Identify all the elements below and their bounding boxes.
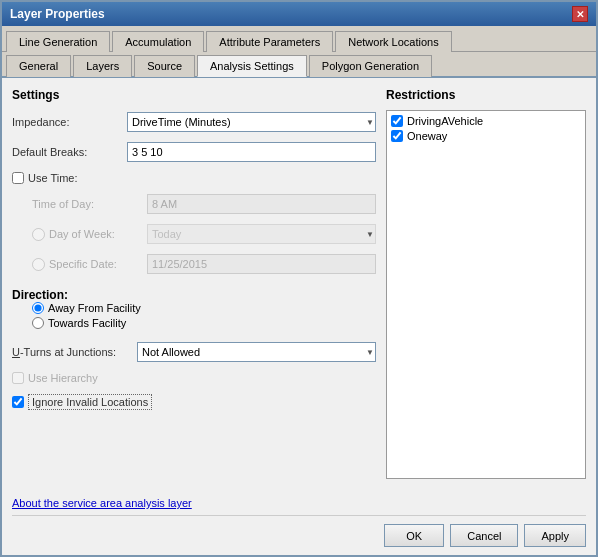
button-row: OK Cancel Apply: [12, 515, 586, 547]
uturns-select-wrapper: Not Allowed Allowed Allowed Only at Dead…: [137, 342, 376, 362]
restriction-oneway-checkbox[interactable]: [391, 130, 403, 142]
right-panel: Restrictions DrivingAVehicle Oneway: [386, 88, 586, 479]
tabs-row-2: General Layers Source Analysis Settings …: [2, 52, 596, 78]
day-of-week-radio: [32, 228, 45, 241]
restriction-oneway-label: Oneway: [407, 130, 447, 142]
tab-layers[interactable]: Layers: [73, 55, 132, 77]
impedance-select-wrapper: DriveTime (Minutes) ▼: [127, 112, 376, 132]
tab-line-generation[interactable]: Line Generation: [6, 31, 110, 52]
specific-date-input: [147, 254, 376, 274]
away-from-facility-row: Away From Facility: [32, 302, 376, 314]
impedance-select[interactable]: DriveTime (Minutes): [127, 112, 376, 132]
specific-date-label: Specific Date:: [49, 258, 117, 270]
settings-section-label: Settings: [12, 88, 376, 102]
tab-network-locations[interactable]: Network Locations: [335, 31, 452, 52]
use-time-checkbox[interactable]: [12, 172, 24, 184]
restriction-item-0: DrivingAVehicle: [391, 115, 581, 127]
tab-accumulation[interactable]: Accumulation: [112, 31, 204, 52]
towards-facility-label: Towards Facility: [48, 317, 126, 329]
day-of-week-select-wrapper: Today ▼: [147, 224, 376, 244]
window-title: Layer Properties: [10, 7, 105, 21]
away-from-facility-label: Away From Facility: [48, 302, 141, 314]
ignore-invalid-label: Ignore Invalid Locations: [28, 394, 152, 410]
restrictions-section-label: Restrictions: [386, 88, 586, 102]
impedance-label: Impedance:: [12, 116, 127, 128]
tab-source[interactable]: Source: [134, 55, 195, 77]
uturns-select[interactable]: Not Allowed Allowed Allowed Only at Dead…: [137, 342, 376, 362]
use-hierarchy-row: Use Hierarchy: [12, 372, 376, 384]
ok-button[interactable]: OK: [384, 524, 444, 547]
left-panel: Settings Impedance: DriveTime (Minutes) …: [12, 88, 376, 479]
specific-date-radio: [32, 258, 45, 271]
tab-general[interactable]: General: [6, 55, 71, 77]
tab-analysis-settings[interactable]: Analysis Settings: [197, 55, 307, 77]
restriction-driving-label: DrivingAVehicle: [407, 115, 483, 127]
ignore-invalid-row: Ignore Invalid Locations: [12, 394, 376, 410]
day-of-week-label: Day of Week:: [49, 228, 115, 240]
main-content: Settings Impedance: DriveTime (Minutes) …: [2, 78, 596, 489]
uturns-row: U-Turns at Junctions: Not Allowed Allowe…: [12, 342, 376, 362]
direction-label: Direction:: [12, 288, 68, 302]
day-of-week-row: Day of Week: Today ▼: [32, 224, 376, 244]
day-of-week-select: Today: [147, 224, 376, 244]
time-of-day-row: Time of Day:: [32, 194, 376, 214]
use-time-row: Use Time:: [12, 172, 376, 184]
time-of-day-input: [147, 194, 376, 214]
default-breaks-input[interactable]: [127, 142, 376, 162]
restrictions-box: DrivingAVehicle Oneway: [386, 110, 586, 479]
uturns-label: U-Turns at Junctions:: [12, 346, 137, 358]
default-breaks-label: Default Breaks:: [12, 146, 127, 158]
tab-polygon-generation[interactable]: Polygon Generation: [309, 55, 432, 77]
bottom-bar: About the service area analysis layer OK…: [2, 489, 596, 555]
cancel-button[interactable]: Cancel: [450, 524, 518, 547]
use-hierarchy-checkbox: [12, 372, 24, 384]
towards-facility-row: Towards Facility: [32, 317, 376, 329]
impedance-row: Impedance: DriveTime (Minutes) ▼: [12, 112, 376, 132]
default-breaks-row: Default Breaks:: [12, 142, 376, 162]
ignore-invalid-checkbox[interactable]: [12, 396, 24, 408]
direction-section: Direction: Away From Facility Towards Fa…: [12, 288, 376, 332]
layer-properties-window: Layer Properties ✕ Line Generation Accum…: [0, 0, 598, 557]
restriction-item-1: Oneway: [391, 130, 581, 142]
away-from-facility-radio[interactable]: [32, 302, 44, 314]
close-button[interactable]: ✕: [572, 6, 588, 22]
towards-facility-radio[interactable]: [32, 317, 44, 329]
tabs-row-1: Line Generation Accumulation Attribute P…: [2, 26, 596, 52]
about-service-area-link[interactable]: About the service area analysis layer: [12, 497, 586, 509]
use-hierarchy-label: Use Hierarchy: [28, 372, 98, 384]
apply-button[interactable]: Apply: [524, 524, 586, 547]
tab-attribute-parameters[interactable]: Attribute Parameters: [206, 31, 333, 52]
restriction-driving-checkbox[interactable]: [391, 115, 403, 127]
title-bar: Layer Properties ✕: [2, 2, 596, 26]
use-time-label: Use Time:: [28, 172, 78, 184]
time-of-day-label: Time of Day:: [32, 198, 147, 210]
specific-date-row: Specific Date:: [32, 254, 376, 274]
